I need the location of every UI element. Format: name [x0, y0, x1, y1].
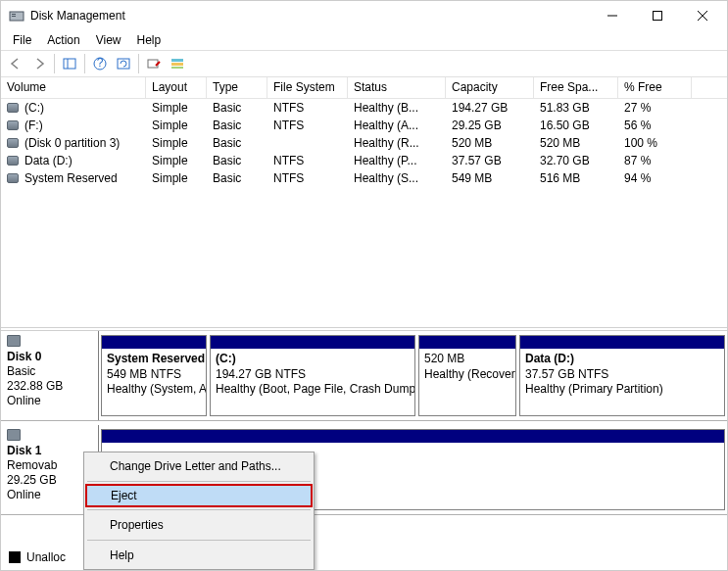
table-row[interactable]: (C:)SimpleBasicNTFSHealthy (B...194.27 G…: [1, 99, 727, 117]
table-row[interactable]: (F:)SimpleBasicNTFSHealthy (A...29.25 GB…: [1, 117, 727, 134]
disk-row: Disk 0 Basic 232.88 GB Online System Res…: [1, 331, 727, 421]
partition[interactable]: System Reserved549 MB NTFSHealthy (Syste…: [101, 335, 207, 416]
svg-rect-13: [171, 59, 183, 62]
menu-file[interactable]: File: [5, 31, 39, 49]
svg-rect-15: [171, 67, 183, 69]
volume-icon: [7, 138, 19, 148]
volume-name: System Reserved: [24, 171, 118, 185]
menu-change-drive-letter[interactable]: Change Drive Letter and Paths...: [86, 454, 312, 478]
column-header[interactable]: Volume: [1, 77, 146, 98]
window-title: Disk Management: [30, 9, 590, 23]
volume-icon: [7, 173, 19, 183]
svg-rect-1: [12, 14, 16, 15]
column-header[interactable]: Status: [348, 77, 446, 98]
disk-name: Disk 1: [7, 444, 92, 457]
maximize-button[interactable]: [635, 1, 680, 30]
disk-state: Online: [7, 394, 92, 407]
disk-kind: Removab: [7, 458, 92, 472]
disk-name: Disk 0: [7, 350, 92, 363]
disk-size: 29.25 GB: [7, 473, 92, 487]
column-header[interactable]: File System: [267, 77, 348, 98]
column-header[interactable]: Type: [207, 77, 267, 98]
show-hide-button[interactable]: [59, 53, 80, 74]
table-row[interactable]: System ReservedSimpleBasicNTFSHealthy (S…: [1, 169, 727, 187]
legend: Unalloc: [9, 550, 66, 564]
close-button[interactable]: [680, 1, 725, 30]
menu-separator: [87, 540, 311, 541]
svg-rect-4: [654, 12, 662, 21]
partition-header: [211, 336, 414, 349]
table-row[interactable]: Data (D:)SimpleBasicNTFSHealthy (P...37.…: [1, 152, 727, 169]
menubar: File Action View Help: [1, 30, 727, 50]
menu-separator: [87, 481, 311, 482]
partition[interactable]: 520 MBHealthy (Recovery: [418, 335, 516, 416]
volume-name: (F:): [24, 119, 43, 132]
partition-header: [102, 430, 724, 443]
refresh-button[interactable]: [113, 53, 134, 74]
app-icon: [9, 8, 24, 24]
partition-strip: System Reserved549 MB NTFSHealthy (Syste…: [99, 331, 727, 420]
menu-help[interactable]: Help: [129, 31, 170, 49]
volume-icon: [7, 120, 19, 130]
disk-size: 232.88 GB: [7, 379, 92, 393]
partition[interactable]: Data (D:)37.57 GB NTFSHealthy (Primary P…: [519, 335, 725, 416]
volume-icon: [7, 103, 19, 113]
disk-kind: Basic: [7, 364, 92, 378]
window-controls: [590, 1, 725, 30]
menu-properties[interactable]: Properties: [86, 513, 312, 537]
svg-rect-12: [148, 60, 158, 68]
legend-label: Unalloc: [26, 550, 66, 564]
context-menu: Change Drive Letter and Paths... Eject P…: [83, 452, 315, 570]
menu-help[interactable]: Help: [86, 544, 312, 567]
column-header[interactable]: Layout: [146, 77, 207, 98]
menu-eject[interactable]: Eject: [85, 484, 313, 507]
svg-rect-7: [64, 59, 75, 69]
column-header[interactable]: Capacity: [446, 77, 534, 98]
table-row[interactable]: (Disk 0 partition 3)SimpleBasicHealthy (…: [1, 134, 727, 152]
disk-state: Online: [7, 488, 92, 501]
disk-icon: [7, 429, 21, 441]
toolbar: ?: [1, 50, 727, 77]
partition-header: [419, 336, 515, 349]
back-button[interactable]: [5, 53, 26, 74]
partition-header: [102, 336, 206, 349]
menu-view[interactable]: View: [88, 31, 129, 49]
list-button[interactable]: [167, 53, 188, 74]
volume-name: Data (D:): [24, 154, 73, 167]
column-header-row: Volume Layout Type File System Status Ca…: [1, 77, 727, 99]
minimize-button[interactable]: [590, 1, 635, 30]
volume-name: (Disk 0 partition 3): [24, 136, 120, 150]
menu-separator: [87, 509, 311, 510]
titlebar[interactable]: Disk Management: [1, 1, 727, 30]
disk-icon: [7, 335, 21, 347]
menu-action[interactable]: Action: [39, 31, 87, 49]
forward-button[interactable]: [28, 53, 50, 74]
column-header[interactable]: Free Spa...: [534, 77, 618, 98]
settings-button[interactable]: [143, 53, 165, 74]
partition-header: [520, 336, 724, 349]
partition[interactable]: (C:)194.27 GB NTFSHealthy (Boot, Page Fi…: [210, 335, 415, 416]
svg-rect-14: [171, 63, 183, 66]
svg-text:?: ?: [97, 56, 104, 70]
column-header[interactable]: % Free: [618, 77, 692, 98]
volume-list-pane: Volume Layout Type File System Status Ca…: [1, 77, 727, 327]
volume-name: (C:): [24, 101, 44, 115]
legend-swatch-unallocated: [9, 551, 21, 563]
disk-info[interactable]: Disk 0 Basic 232.88 GB Online: [1, 331, 99, 420]
help-button[interactable]: ?: [89, 53, 111, 74]
volume-icon: [7, 156, 19, 166]
svg-rect-2: [12, 16, 16, 17]
